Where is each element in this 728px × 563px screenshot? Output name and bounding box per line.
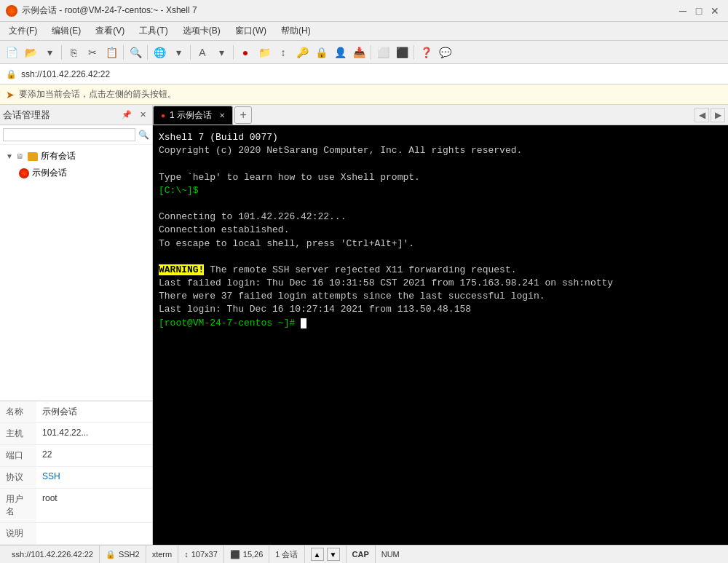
tab-example-session[interactable]: ● 1 示例会话 ✕ bbox=[153, 106, 233, 125]
prop-row-port: 端口 22 bbox=[0, 445, 152, 467]
toolbar-profile[interactable]: 👤 bbox=[331, 44, 349, 61]
toolbar-save[interactable]: ▾ bbox=[41, 44, 58, 61]
toolbar-find[interactable]: 🔍 bbox=[127, 44, 144, 61]
prop-value-host: 101.42.22... bbox=[36, 423, 94, 444]
menu-bar: 文件(F) 编辑(E) 查看(V) 工具(T) 选项卡(B) 窗口(W) 帮助(… bbox=[0, 22, 728, 41]
tab-nav-left-button[interactable]: ◀ bbox=[695, 108, 709, 122]
hint-arrow-icon: ➤ bbox=[6, 89, 15, 101]
toolbar-connect[interactable]: 🌐 bbox=[151, 44, 168, 61]
address-text[interactable]: ssh://101.42.226.42:22 bbox=[21, 69, 110, 79]
toolbar-open[interactable]: 📂 bbox=[22, 44, 39, 61]
toolbar-lock[interactable]: 🔒 bbox=[312, 44, 330, 61]
term-line-4: Type `help' to learn how to use Xshell p… bbox=[159, 171, 722, 184]
toolbar-chat[interactable]: 💬 bbox=[436, 44, 454, 61]
session-icon bbox=[19, 168, 29, 178]
term-line-1: Xshell 7 (Build 0077) bbox=[159, 131, 722, 144]
toolbar-font[interactable]: A bbox=[194, 44, 211, 61]
status-nav-up-button[interactable]: ▲ bbox=[311, 548, 324, 561]
toolbar-settings[interactable]: 📥 bbox=[350, 44, 368, 61]
prop-value-name: 示例会话 bbox=[36, 401, 83, 422]
sidebar-properties: 名称 示例会话 主机 101.42.22... 端口 22 协议 SSH 用户名… bbox=[0, 401, 152, 545]
status-terminal-type: xterm bbox=[146, 546, 179, 563]
sidebar-search-input[interactable] bbox=[3, 128, 135, 141]
term-line-2: Copyright (c) 2020 NetSarang Computer, I… bbox=[159, 144, 722, 157]
prop-label-protocol: 协议 bbox=[0, 467, 36, 488]
tab-nav-right: ◀ ▶ bbox=[695, 105, 725, 125]
toolbar-layout[interactable]: ⬛ bbox=[393, 44, 411, 61]
title-bar: 示例会话 - root@VM-24-7-centos:~ - Xshell 7 … bbox=[0, 0, 728, 22]
toolbar-paste[interactable]: 📋 bbox=[103, 44, 120, 61]
xshell-icon bbox=[6, 5, 17, 17]
term-line-13: There were 37 failed login attempts sinc… bbox=[159, 290, 722, 303]
prop-label-host: 主机 bbox=[0, 423, 36, 444]
term-line-6 bbox=[159, 197, 722, 210]
prop-value-port: 22 bbox=[36, 445, 58, 466]
terminal[interactable]: Xshell 7 (Build 0077) Copyright (c) 2020… bbox=[153, 125, 728, 545]
tab-bar-tabs: ● 1 示例会话 ✕ + bbox=[153, 105, 695, 125]
search-icon: 🔍 bbox=[138, 130, 149, 140]
status-sessions-text: 1 会话 bbox=[275, 549, 298, 560]
toolbar-cut[interactable]: ✂ bbox=[84, 44, 101, 61]
prop-label-desc: 说明 bbox=[0, 523, 36, 544]
status-num: NUM bbox=[376, 546, 405, 563]
sidebar-item-example-session[interactable]: 示例会话 bbox=[16, 165, 149, 181]
menu-help[interactable]: 帮助(H) bbox=[275, 23, 317, 39]
term-line-14: Last login: Thu Dec 16 10:27:14 2021 fro… bbox=[159, 303, 722, 316]
close-button[interactable]: ✕ bbox=[708, 4, 722, 18]
prop-row-user: 用户名 root bbox=[0, 489, 152, 523]
menu-view[interactable]: 查看(V) bbox=[90, 23, 130, 39]
toolbar-sep6 bbox=[371, 45, 371, 60]
term-line-11: WARNING! The remote SSH server rejected … bbox=[159, 264, 722, 277]
menu-tools[interactable]: 工具(T) bbox=[133, 23, 173, 39]
status-pos-icon: ⬛ bbox=[230, 550, 240, 559]
toolbar-sep3 bbox=[147, 45, 148, 60]
computer-icon: 🖥 bbox=[16, 152, 23, 160]
title-buttons: ─ □ ✕ bbox=[676, 4, 722, 18]
toolbar-font2[interactable]: ▾ bbox=[213, 44, 230, 61]
menu-tab[interactable]: 选项卡(B) bbox=[177, 23, 226, 39]
sidebar-header-area: 会话管理器 📌 ✕ bbox=[0, 105, 153, 125]
toolbar-connect2[interactable]: ▾ bbox=[170, 44, 187, 61]
tab-add-button[interactable]: + bbox=[234, 106, 252, 124]
sidebar-search-area: 🔍 bbox=[0, 125, 152, 145]
lock-icon: 🔒 bbox=[6, 69, 17, 79]
toolbar-xftp[interactable]: 📁 bbox=[256, 44, 273, 61]
maximize-button[interactable]: □ bbox=[692, 4, 706, 18]
status-ssh-label: SSH2 bbox=[119, 550, 140, 559]
tab-close-button[interactable]: ✕ bbox=[219, 111, 225, 119]
toolbar-sep2 bbox=[123, 45, 124, 60]
prop-label-name: 名称 bbox=[0, 401, 36, 422]
toolbar-sep5 bbox=[233, 45, 234, 60]
toolbar-new[interactable]: 📄 bbox=[3, 44, 20, 61]
toolbar-help[interactable]: ❓ bbox=[417, 44, 435, 61]
tab-nav-right-button[interactable]: ▶ bbox=[711, 108, 725, 122]
content-area: 🔍 ▼ 🖥 所有会话 示例会话 名称 示例会话 主机 101.42.22... bbox=[0, 125, 728, 545]
sidebar-close-button[interactable]: ✕ bbox=[136, 109, 149, 122]
prop-label-user: 用户名 bbox=[0, 489, 36, 522]
toolbar-box[interactable]: ⬜ bbox=[374, 44, 392, 61]
status-nav-down-button[interactable]: ▼ bbox=[327, 548, 340, 561]
status-address-text: ssh://101.42.226.42:22 bbox=[12, 550, 93, 559]
term-line-10 bbox=[159, 251, 722, 264]
prop-row-host: 主机 101.42.22... bbox=[0, 423, 152, 445]
status-num-text: NUM bbox=[381, 550, 400, 559]
toolbar-sep1 bbox=[61, 45, 62, 60]
toolbar-copy[interactable]: ⎘ bbox=[65, 44, 82, 61]
toolbar-key[interactable]: 🔑 bbox=[293, 44, 311, 61]
toolbar-red[interactable]: ● bbox=[237, 44, 254, 61]
term-line-7: Connecting to 101.42.226.42:22... bbox=[159, 210, 722, 224]
menu-file[interactable]: 文件(F) bbox=[3, 23, 43, 39]
term-line-9: To escape to local shell, press 'Ctrl+Al… bbox=[159, 237, 722, 251]
sidebar-tree: ▼ 🖥 所有会话 示例会话 bbox=[0, 145, 152, 401]
menu-edit[interactable]: 编辑(E) bbox=[46, 23, 87, 39]
status-cap: CAP bbox=[347, 546, 376, 563]
minimize-button[interactable]: ─ bbox=[676, 4, 690, 18]
sidebar-pin-button[interactable]: 📌 bbox=[120, 109, 133, 122]
status-ssh-icon: 🔒 bbox=[106, 550, 116, 559]
status-ssh-area: 🔒 SSH2 bbox=[100, 546, 146, 563]
sidebar-item-all-sessions[interactable]: ▼ 🖥 所有会话 bbox=[3, 148, 149, 165]
status-bar: ssh://101.42.226.42:22 🔒 SSH2 xterm ↕ 10… bbox=[0, 545, 728, 563]
menu-window[interactable]: 窗口(W) bbox=[229, 23, 272, 39]
toolbar-transfer[interactable]: ↕ bbox=[274, 44, 292, 61]
sidebar-item-label-all: 所有会话 bbox=[41, 150, 76, 162]
